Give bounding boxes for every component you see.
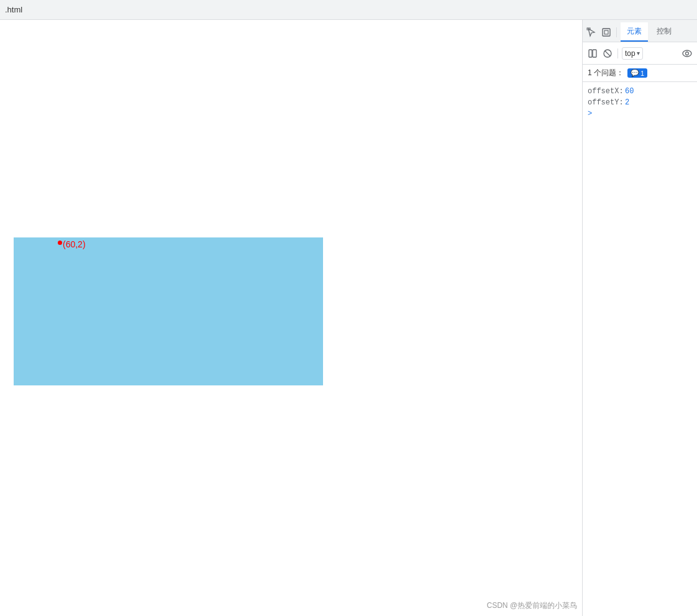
- offsety-label: offsetY:: [588, 98, 625, 107]
- box-model-icon[interactable]: [600, 26, 613, 39]
- devtools-panel: 元素 控制 top ▾: [582, 20, 697, 616]
- top-dropdown-label: top: [625, 49, 636, 58]
- svg-rect-2: [604, 30, 608, 34]
- svg-point-8: [686, 52, 689, 55]
- eye-icon[interactable]: [681, 47, 693, 60]
- block-icon[interactable]: [601, 47, 614, 60]
- issue-count: 1: [640, 70, 644, 77]
- devtools-tabs: 元素 控制: [583, 20, 697, 42]
- console-expand-arrow[interactable]: >: [588, 108, 692, 119]
- devtools-toolbar-2: top ▾: [583, 42, 697, 65]
- coord-label: (60,2): [63, 239, 86, 249]
- tab-console[interactable]: 控制: [650, 22, 678, 42]
- red-dot: [58, 241, 62, 245]
- svg-rect-3: [589, 50, 592, 57]
- main-layout: (60,2) CSDN @热爱前端的小菜鸟: [0, 20, 697, 616]
- tab-elements[interactable]: 元素: [621, 22, 648, 42]
- page-content: (60,2) CSDN @热爱前端的小菜鸟: [0, 20, 582, 616]
- svg-rect-4: [593, 50, 596, 57]
- blue-box: [14, 237, 323, 385]
- watermark: CSDN @热爱前端的小菜鸟: [486, 600, 577, 611]
- message-icon: 💬: [631, 69, 639, 77]
- toolbar-divider-1: [616, 27, 617, 37]
- issue-badge[interactable]: 💬 1: [627, 68, 647, 78]
- issues-bar: 1 个问题： 💬 1: [583, 65, 697, 82]
- offsetx-value: 60: [625, 87, 634, 96]
- svg-rect-1: [603, 29, 610, 36]
- issues-label: 1 个问题：: [588, 68, 624, 78]
- sidebar-icon[interactable]: [586, 47, 599, 60]
- svg-point-7: [683, 50, 691, 57]
- console-row-offsetx: offsetX: 60: [588, 86, 692, 97]
- offsety-value: 2: [625, 98, 629, 107]
- console-row-offsety: offsetY: 2: [588, 97, 692, 108]
- toolbar-divider-2: [617, 48, 618, 58]
- page-title: .html: [5, 5, 22, 14]
- top-bar: .html: [0, 0, 697, 20]
- chevron-down-icon: ▾: [637, 50, 640, 57]
- offsetx-label: offsetX:: [588, 87, 625, 96]
- svg-line-6: [605, 50, 611, 56]
- top-dropdown[interactable]: top ▾: [622, 47, 643, 60]
- console-content: offsetX: 60 offsetY: 2 >: [583, 82, 697, 123]
- inspect-icon[interactable]: [585, 26, 598, 39]
